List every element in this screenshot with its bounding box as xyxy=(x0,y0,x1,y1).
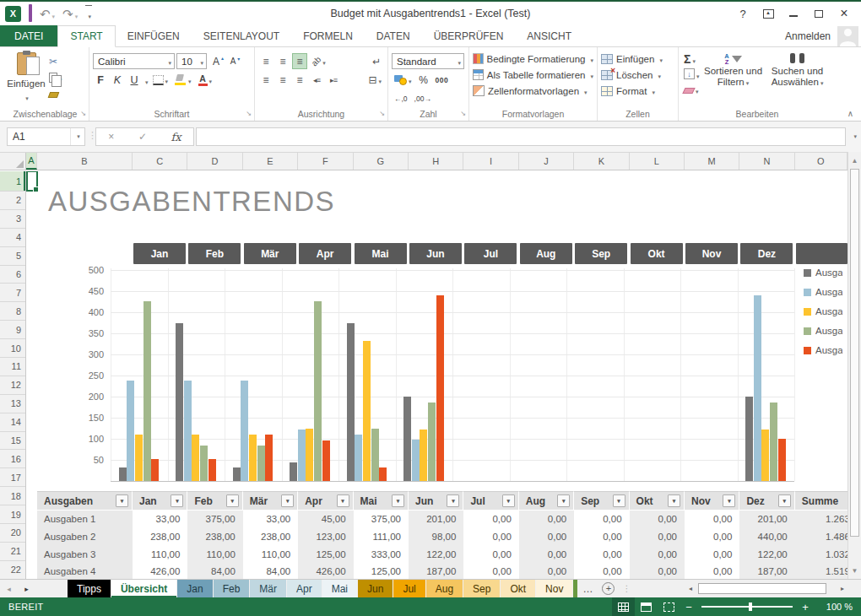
chart-bar-ausgaben-2-Mär[interactable] xyxy=(241,381,248,481)
sheet-tab-Okt[interactable]: Okt xyxy=(501,580,535,597)
table-cell[interactable]: 0,00 xyxy=(574,545,629,563)
row-header-10[interactable]: 10 xyxy=(0,339,25,358)
close-button[interactable]: × xyxy=(832,4,856,23)
column-header-B[interactable]: B xyxy=(37,153,133,170)
legend-item-1[interactable]: Ausgaben 1 xyxy=(804,267,842,278)
zoom-slider-track[interactable] xyxy=(701,606,793,608)
chart-bar-ausgaben-2-Dez[interactable] xyxy=(754,295,761,481)
redo-button[interactable]: ↷ xyxy=(62,8,78,20)
chart-bar-ausgaben-3-Mär[interactable] xyxy=(249,435,257,481)
filter-button-Jul[interactable] xyxy=(502,494,515,507)
sort-filter-button[interactable]: AZ Sortieren und Filtern xyxy=(701,51,766,95)
table-cell[interactable]: 0,00 xyxy=(463,511,518,528)
table-cell[interactable]: 238,00 xyxy=(243,528,298,546)
chart-bar-ausgaben-4-Jan[interactable] xyxy=(144,301,151,481)
table-cell[interactable]: 1.263,00 xyxy=(795,511,847,528)
user-avatar[interactable] xyxy=(837,26,858,46)
legend-item-4[interactable]: Ausgaben 4 xyxy=(804,326,842,336)
table-cell[interactable]: 125,00 xyxy=(298,545,353,563)
underline-button[interactable]: U xyxy=(127,72,142,88)
chart-bar-ausgaben-5-Feb[interactable] xyxy=(208,459,216,482)
add-sheet-button[interactable]: + xyxy=(602,582,615,595)
table-cell[interactable]: 0,00 xyxy=(519,563,574,579)
sheet-tab-Jun[interactable]: Jun xyxy=(358,580,393,597)
format-cells-button[interactable]: Format xyxy=(601,83,674,99)
name-box-arrow[interactable] xyxy=(70,128,84,145)
row-header-12[interactable]: 12 xyxy=(0,376,25,395)
horizontal-scroll-track[interactable] xyxy=(697,582,836,595)
table-cell[interactable]: 238,00 xyxy=(133,528,187,546)
filter-button-Dez[interactable] xyxy=(778,494,791,507)
insert-function-button[interactable]: fx xyxy=(171,131,181,143)
find-select-button[interactable]: Suchen und Auswählen xyxy=(766,51,830,95)
table-cell[interactable]: 0,00 xyxy=(685,528,739,546)
copy-button[interactable] xyxy=(47,71,64,84)
merge-center-button[interactable]: ⊟ xyxy=(366,72,384,88)
row-header-7[interactable]: 7 xyxy=(0,284,25,302)
sheet-tab-Aug[interactable]: Aug xyxy=(426,580,463,597)
sheet-tab-Sep[interactable]: Sep xyxy=(463,580,500,597)
chart-bar-ausgaben-5-Apr[interactable] xyxy=(322,440,330,482)
save-button[interactable] xyxy=(29,6,32,21)
filter-button-Feb[interactable] xyxy=(226,494,239,507)
align-center-button[interactable]: ≡ xyxy=(275,72,290,88)
table-cell[interactable]: 440,00 xyxy=(739,528,794,546)
chart-bar-ausgaben-3-Jan[interactable] xyxy=(135,435,143,481)
row-header-3[interactable]: 3 xyxy=(0,210,25,229)
table-cell[interactable]: 0,00 xyxy=(574,528,629,546)
sheet-tab-Übersicht[interactable]: Übersicht xyxy=(111,580,176,597)
table-cell[interactable]: 0,00 xyxy=(630,528,685,546)
table-cell[interactable]: 0,00 xyxy=(519,545,574,563)
increase-decimal-button[interactable]: ←,0 xyxy=(392,90,410,106)
percent-format-button[interactable]: % xyxy=(416,72,431,88)
delete-cells-button[interactable]: Löschen xyxy=(601,67,674,83)
table-cell[interactable]: 0,00 xyxy=(463,563,518,579)
table-cell[interactable]: 0,00 xyxy=(685,563,739,579)
maximize-button[interactable] xyxy=(807,4,831,23)
column-header-I[interactable]: I xyxy=(463,153,518,170)
chart-bar-ausgaben-2-Mai[interactable] xyxy=(355,435,362,482)
fill-color-button[interactable] xyxy=(172,72,194,88)
sheet-nav-right[interactable]: ▸ xyxy=(18,580,35,597)
sheet-tab-Nov[interactable]: Nov xyxy=(536,580,572,597)
chart-bar-ausgaben-4-Jun[interactable] xyxy=(428,403,436,482)
column-header-C[interactable]: C xyxy=(133,153,187,170)
more-sheets-button[interactable]: … xyxy=(578,580,597,597)
slicer-button-partial[interactable] xyxy=(796,243,847,264)
undo-button[interactable]: ↶ xyxy=(40,8,55,20)
vertical-scrollbar[interactable]: ▲ ▼ xyxy=(847,152,861,579)
chart-bar-ausgaben-5-Mär[interactable] xyxy=(265,435,273,481)
table-cell[interactable]: 375,00 xyxy=(354,511,409,528)
slicer-button-Aug[interactable]: Aug xyxy=(520,243,572,264)
slicer-button-Mai[interactable]: Mai xyxy=(355,243,407,264)
row-header-9[interactable]: 9 xyxy=(0,321,25,339)
table-cell[interactable]: 375,00 xyxy=(187,511,242,528)
decrease-decimal-button[interactable]: ,00→ xyxy=(412,90,434,106)
column-header-F[interactable]: F xyxy=(298,153,353,170)
cut-button[interactable]: ✂ xyxy=(47,55,64,68)
row-header-18[interactable]: 18 xyxy=(0,487,25,505)
table-header-Jan[interactable]: Jan xyxy=(133,491,187,510)
ribbon-tab-ansicht[interactable]: ANSICHT xyxy=(515,25,583,46)
table-cell[interactable]: 123,00 xyxy=(298,528,353,546)
chart-bar-ausgaben-3-Dez[interactable] xyxy=(761,430,769,481)
table-cell[interactable]: 187,00 xyxy=(409,563,463,579)
sheet-tab-Mai[interactable]: Mai xyxy=(322,580,357,597)
increase-indent-button[interactable]: ▸≡ xyxy=(326,72,341,88)
row-header-15[interactable]: 15 xyxy=(0,432,25,451)
scroll-left-arrow[interactable]: ◂ xyxy=(684,581,697,595)
align-right-button[interactable]: ≡ xyxy=(292,72,307,88)
table-cell[interactable]: 238,00 xyxy=(187,528,242,546)
chart-bar-ausgaben-2-Feb[interactable] xyxy=(184,381,192,481)
table-cell[interactable]: 98,00 xyxy=(409,528,463,546)
align-left-button[interactable]: ≡ xyxy=(258,72,273,88)
align-middle-button[interactable]: ≡ xyxy=(275,53,290,69)
column-header-J[interactable]: J xyxy=(519,153,574,170)
row-header-19[interactable]: 19 xyxy=(0,505,25,524)
zoom-in-button[interactable]: + xyxy=(797,601,814,613)
table-cell[interactable]: 0,00 xyxy=(685,545,739,563)
number-format-combo[interactable]: Standard xyxy=(392,53,464,69)
table-cell[interactable]: 110,00 xyxy=(187,545,242,563)
ribbon-tab-formeln[interactable]: FORMELN xyxy=(291,25,365,46)
shrink-font-button[interactable]: A xyxy=(225,53,241,69)
